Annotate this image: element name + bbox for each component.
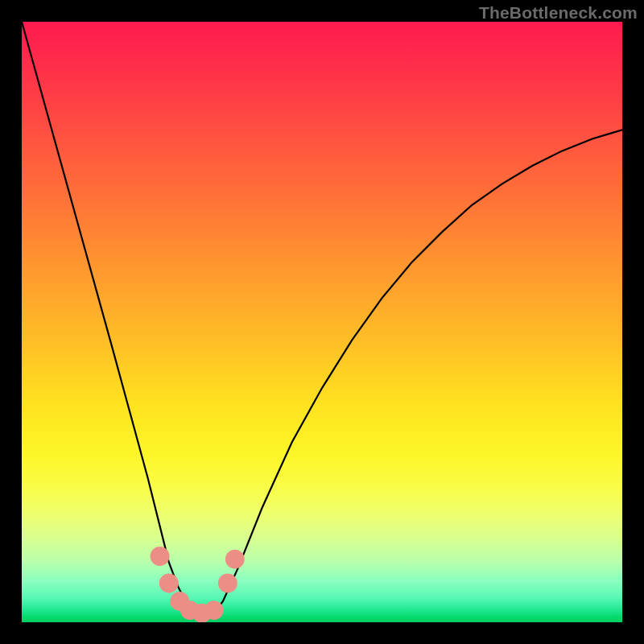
marker-point	[204, 601, 224, 620]
marker-point	[159, 574, 179, 593]
marker-point	[225, 550, 245, 569]
marker-point	[218, 574, 237, 593]
marker-point	[151, 547, 170, 566]
watermark-text: TheBottleneck.com	[479, 3, 638, 23]
plot-area	[22, 22, 622, 622]
chart-frame: TheBottleneck.com	[0, 0, 644, 644]
series-bottleneck-curve	[22, 22, 622, 617]
curve-layer	[22, 22, 622, 622]
